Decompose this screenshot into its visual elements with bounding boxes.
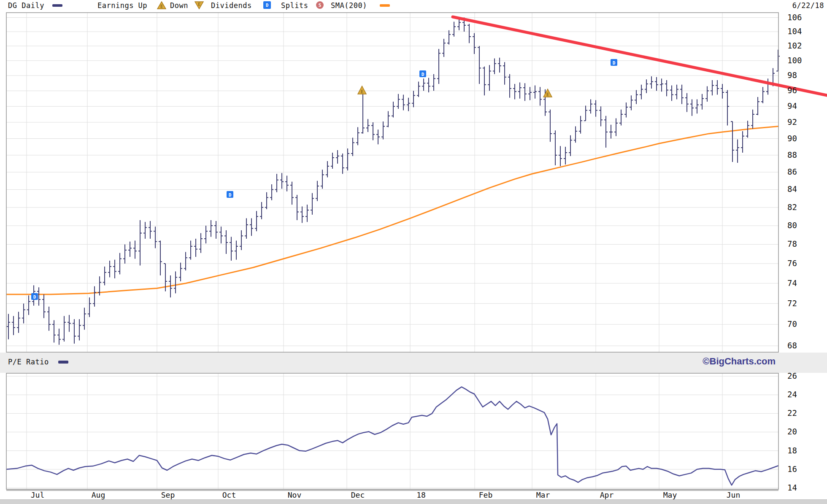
month-label: Mar bbox=[536, 491, 550, 499]
earnings-marker-glyph: E bbox=[361, 89, 363, 94]
pe-tick-label: 18 bbox=[787, 446, 797, 455]
dividend-marker-glyph: D bbox=[229, 192, 232, 198]
price-tick-label: 80 bbox=[787, 221, 797, 230]
price-tick-label: 78 bbox=[787, 239, 797, 248]
earnings-marker-glyph: E bbox=[546, 92, 549, 97]
price-axis-labels: 1061041021009896949290888684828078767472… bbox=[787, 13, 802, 350]
price-tick-label: 102 bbox=[787, 41, 802, 50]
month-label: May bbox=[663, 491, 677, 499]
month-label: Nov bbox=[288, 491, 302, 499]
pe-panel-border bbox=[6, 373, 778, 489]
price-tick-label: 106 bbox=[787, 13, 802, 22]
bigcharts-screenshot: DG Daily Earnings Up E Down E Dividends … bbox=[0, 0, 827, 504]
price-tick-label: 84 bbox=[787, 184, 797, 194]
dividend-marker-glyph: D bbox=[33, 294, 36, 300]
trendline bbox=[453, 17, 827, 95]
dividend-marker: D bbox=[611, 59, 617, 66]
dividend-marker-glyph: D bbox=[613, 60, 616, 66]
pe-panel-shadow bbox=[6, 490, 778, 491]
bigcharts-watermark[interactable]: ©BigCharts.com bbox=[703, 356, 776, 367]
price-tick-label: 72 bbox=[787, 299, 797, 308]
pe-tick-label: 14 bbox=[787, 483, 797, 492]
horizontal-scrollbar-track bbox=[0, 499, 827, 504]
month-label: Apr bbox=[600, 491, 614, 499]
pe-tick-label: 16 bbox=[787, 464, 797, 474]
price-tick-label: 88 bbox=[787, 150, 797, 159]
price-tick-label: 94 bbox=[787, 101, 797, 111]
month-label: Aug bbox=[92, 491, 105, 499]
month-label: Feb bbox=[479, 491, 493, 499]
price-tick-label: 104 bbox=[787, 27, 802, 36]
month-label: Jul bbox=[31, 491, 45, 499]
price-tick-label: 90 bbox=[787, 134, 797, 143]
price-tick-label: 82 bbox=[787, 202, 797, 212]
dividend-marker: D bbox=[419, 70, 426, 77]
panel-divider-strip: P/E Ratio ©BigCharts.com bbox=[0, 353, 827, 373]
price-tick-label: 92 bbox=[787, 117, 797, 127]
price-tick-label: 68 bbox=[787, 341, 797, 350]
month-axis-labels: JulAugSepOctNovDec18FebMarAprMayJun bbox=[31, 491, 741, 499]
month-label: Dec bbox=[351, 491, 365, 499]
price-tick-label: 86 bbox=[787, 167, 797, 176]
dividend-marker: D bbox=[227, 191, 233, 198]
month-label: Sep bbox=[161, 491, 175, 499]
price-panel-border bbox=[6, 13, 778, 352]
month-label: 18 bbox=[416, 491, 426, 499]
price-tick-label: 70 bbox=[787, 319, 797, 329]
chart-canvas: DDDDEE1061041021009896949290888684828078… bbox=[0, 0, 827, 504]
price-tick-label: 98 bbox=[787, 70, 797, 80]
price-tick-label: 100 bbox=[787, 56, 802, 65]
pe-ratio-title: P/E Ratio bbox=[8, 358, 49, 366]
pe-tick-label: 24 bbox=[787, 390, 797, 399]
price-bars bbox=[7, 17, 780, 345]
price-tick-label: 96 bbox=[787, 86, 797, 95]
pe-tick-label: 20 bbox=[787, 427, 797, 436]
sma-200-line bbox=[6, 127, 778, 295]
earnings-up-marker: E bbox=[358, 86, 366, 94]
pe-ratio-line bbox=[6, 387, 778, 485]
price-tick-label: 76 bbox=[787, 259, 797, 268]
pe-axis-labels: 26242220181614 bbox=[787, 371, 797, 492]
pe-tick-label: 22 bbox=[787, 408, 797, 418]
dividend-marker-glyph: D bbox=[422, 72, 424, 77]
month-label: Jun bbox=[727, 491, 741, 499]
pe-series-swatch bbox=[58, 361, 68, 364]
price-tick-label: 74 bbox=[787, 278, 797, 288]
month-label: Oct bbox=[222, 491, 236, 499]
dividend-marker: D bbox=[31, 293, 38, 300]
